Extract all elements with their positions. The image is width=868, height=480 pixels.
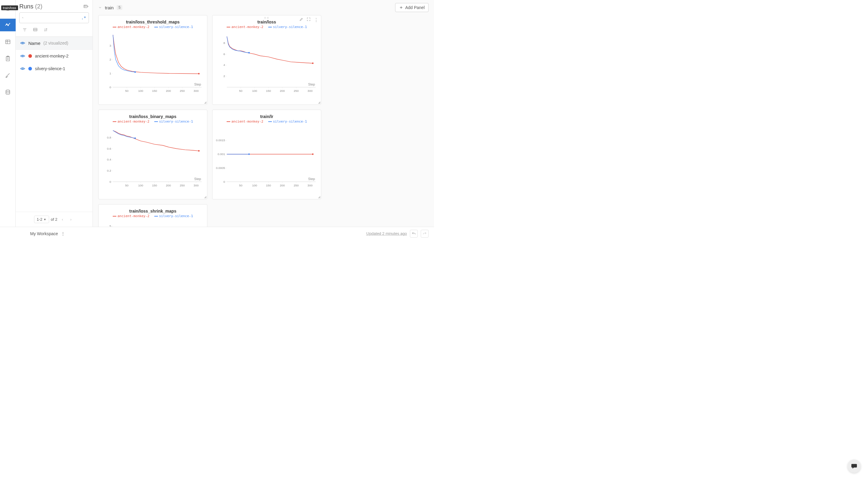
svg-text:100: 100 xyxy=(138,184,143,187)
pager-next[interactable]: › xyxy=(67,216,74,223)
svg-point-27 xyxy=(22,42,24,44)
eye-icon[interactable] xyxy=(20,66,25,71)
nav-artifacts[interactable] xyxy=(0,86,16,99)
svg-point-4 xyxy=(7,25,8,26)
workspace-menu[interactable]: ⋮ xyxy=(61,231,65,236)
svg-text:Step: Step xyxy=(308,177,315,181)
undo-button[interactable] xyxy=(410,230,418,238)
svg-text:300: 300 xyxy=(193,184,198,187)
chart-panel[interactable]: ⠿⠿ ⋮ train/loss_shrink_maps ancient-monk… xyxy=(98,204,207,227)
svg-text:0.6: 0.6 xyxy=(107,147,111,150)
redo-icon xyxy=(423,232,427,236)
svg-text:1: 1 xyxy=(110,72,111,75)
redo-button[interactable] xyxy=(421,230,429,238)
add-panel-button[interactable]: Add Panel xyxy=(395,3,429,12)
search-input[interactable] xyxy=(26,15,79,20)
nav-rail: train/loss xyxy=(0,0,16,227)
chart-legend: ancient-monkey-2silvery-silence-1 xyxy=(101,214,205,218)
eye-icon[interactable] xyxy=(20,53,25,59)
svg-text:200: 200 xyxy=(280,89,285,93)
svg-text:50: 50 xyxy=(239,184,243,187)
legend-item[interactable]: silvery-silence-1 xyxy=(268,119,307,124)
chart-legend: ancient-monkey-2silvery-silence-1 xyxy=(215,119,318,124)
search-icon xyxy=(22,15,24,20)
legend-item[interactable]: silvery-silence-1 xyxy=(154,119,193,124)
nav-table[interactable] xyxy=(0,36,16,48)
svg-text:0.2: 0.2 xyxy=(107,169,111,172)
nav-clipboard[interactable] xyxy=(0,53,16,65)
legend-item[interactable]: silvery-silence-1 xyxy=(268,25,307,29)
chevron-down-icon xyxy=(98,6,102,9)
svg-point-3 xyxy=(6,24,7,25)
info-icon[interactable]: train/loss xyxy=(0,2,16,14)
svg-text:100: 100 xyxy=(252,184,257,187)
legend-item[interactable]: ancient-monkey-2 xyxy=(113,214,150,218)
eye-icon xyxy=(20,40,25,46)
svg-text:200: 200 xyxy=(280,184,285,187)
legend-item[interactable]: ancient-monkey-2 xyxy=(227,25,264,29)
svg-text:0: 0 xyxy=(223,180,225,183)
legend-item[interactable]: silvery-silence-1 xyxy=(154,214,193,218)
legend-item[interactable]: ancient-monkey-2 xyxy=(227,119,264,124)
resize-handle-icon[interactable]: ◢ xyxy=(204,101,207,104)
svg-point-17 xyxy=(22,17,23,18)
group-icon xyxy=(33,27,38,32)
resize-handle-icon[interactable]: ◢ xyxy=(318,101,320,104)
filter-icon xyxy=(22,27,27,32)
chart-title: train/loss_binary_maps xyxy=(101,114,205,119)
run-row[interactable]: silvery-silence-1 xyxy=(16,62,93,75)
plus-icon xyxy=(399,5,403,10)
svg-text:150: 150 xyxy=(152,89,157,93)
edit-panel-button[interactable] xyxy=(299,17,304,23)
nav-sweep[interactable] xyxy=(0,69,16,82)
regex-toggle[interactable]: .* xyxy=(81,15,86,20)
tooltip: train/loss xyxy=(1,5,18,10)
fullscreen-panel-button[interactable] xyxy=(307,17,311,23)
name-column-header[interactable]: Name (2 visualized) xyxy=(16,37,93,50)
svg-text:50: 50 xyxy=(125,89,129,93)
chart-legend: ancient-monkey-2silvery-silence-1 xyxy=(215,25,318,29)
drag-handle-icon[interactable]: ⠿⠿ xyxy=(264,16,270,20)
svg-text:50: 50 xyxy=(239,89,243,93)
pager-range-dropdown[interactable]: 1-2 ▼ xyxy=(34,216,49,223)
panel-menu-button[interactable]: ⋮ xyxy=(314,17,318,23)
legend-item[interactable]: silvery-silence-1 xyxy=(154,25,193,29)
search-box[interactable]: .* xyxy=(19,12,89,23)
svg-text:5: 5 xyxy=(110,224,111,227)
group-button[interactable] xyxy=(33,27,38,33)
chart-panel[interactable]: ⠿⠿ ⋮ train/loss_binary_maps ancient-monk… xyxy=(98,110,207,199)
run-row[interactable]: ancient-monkey-2 xyxy=(16,50,93,62)
resize-handle-icon[interactable]: ◢ xyxy=(318,195,320,199)
fullscreen-icon xyxy=(307,17,311,22)
expand-table-button[interactable] xyxy=(83,4,89,9)
svg-point-129 xyxy=(248,153,250,155)
svg-text:2: 2 xyxy=(110,58,111,61)
sidebar-title: Runs (2) xyxy=(19,3,42,10)
sort-button[interactable] xyxy=(43,27,48,33)
svg-point-29 xyxy=(22,68,24,70)
svg-text:0.0015: 0.0015 xyxy=(216,139,225,142)
workspace-name[interactable]: My Workspace xyxy=(30,231,58,236)
resize-handle-icon[interactable]: ◢ xyxy=(204,195,207,199)
legend-item[interactable]: ancient-monkey-2 xyxy=(113,25,150,29)
svg-point-105 xyxy=(134,138,136,139)
chart-panel[interactable]: ⠿⠿ ⋮ train/loss ancient-monkey-2silvery-… xyxy=(212,15,321,105)
svg-text:Step: Step xyxy=(194,82,201,86)
chart-title: train/lr xyxy=(215,114,318,119)
svg-text:100: 100 xyxy=(252,89,257,93)
pager-prev[interactable]: ‹ xyxy=(59,216,66,223)
svg-text:4: 4 xyxy=(223,63,225,67)
svg-text:3: 3 xyxy=(110,44,111,47)
filter-button[interactable] xyxy=(22,27,27,33)
svg-text:0: 0 xyxy=(110,85,111,89)
legend-item[interactable]: ancient-monkey-2 xyxy=(113,119,150,124)
svg-text:Step: Step xyxy=(308,82,315,86)
section-header-train[interactable]: train 5 xyxy=(98,5,122,10)
nav-charts[interactable] xyxy=(0,19,16,31)
svg-line-12 xyxy=(6,77,7,77)
run-color-dot xyxy=(28,67,32,70)
chart-panel[interactable]: ⠿⠿ ⋮ train/loss_threshold_maps ancient-m… xyxy=(98,15,207,105)
updated-label: Updated 2 minutes ago xyxy=(367,231,407,236)
run-color-dot xyxy=(28,54,32,58)
chart-panel[interactable]: ⠿⠿ ⋮ train/lr ancient-monkey-2silvery-si… xyxy=(212,110,321,199)
